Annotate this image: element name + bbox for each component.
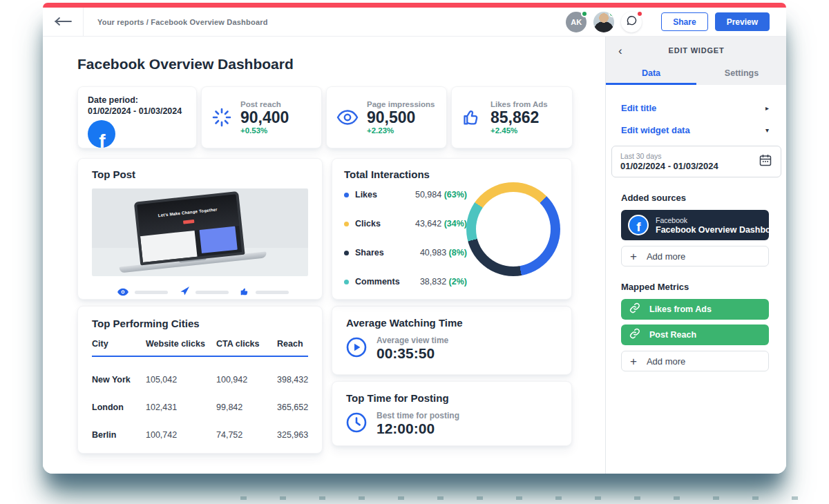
online-status-dot bbox=[609, 12, 614, 17]
total-interactions-widget[interactable]: Total Interactions Likes 50,984 (63%) Cl… bbox=[332, 158, 572, 300]
panel-title: EDIT WIDGET bbox=[669, 46, 725, 55]
laptop-illustration: Let's Make Change Together bbox=[133, 189, 266, 271]
legend-dot bbox=[344, 251, 349, 255]
share-arrow-icon bbox=[180, 286, 190, 299]
cities-table: City Website clicks CTA clicks Reach New… bbox=[92, 339, 308, 440]
facebook-icon: f bbox=[628, 215, 649, 235]
metric-pill-post-reach[interactable]: Post Reach bbox=[621, 324, 769, 345]
avatar-ak[interactable]: AK bbox=[566, 12, 587, 32]
source-name: Facebook Overview Dashboard bbox=[656, 225, 784, 235]
add-source-button[interactable]: + Add more bbox=[621, 246, 769, 266]
edit-widget-data-link: Edit widget data bbox=[621, 125, 690, 135]
tab-data[interactable]: Data bbox=[606, 64, 696, 85]
stat-value: 85,862 bbox=[490, 108, 548, 126]
eye-icon bbox=[336, 109, 359, 126]
facebook-icon: f bbox=[88, 120, 115, 148]
page-impressions-card[interactable]: Page impressions 90,500 +2.23% bbox=[326, 86, 447, 148]
date-period-label: Date period: bbox=[88, 95, 187, 105]
time-value: 12:00:00 bbox=[377, 420, 459, 437]
table-row: London 102,431 99,842 365,652 bbox=[92, 385, 308, 412]
average-watching-time-widget[interactable]: Average Watching Time Average view time … bbox=[332, 306, 572, 375]
donut-hole bbox=[476, 192, 551, 266]
date-range-picker[interactable]: Last 30 days 01/02/2024 - 01/03/2024 bbox=[611, 146, 781, 177]
chevron-right-icon: ▸ bbox=[765, 104, 769, 112]
time-cards-column: Average Watching Time Average view time … bbox=[332, 306, 572, 454]
plus-icon: + bbox=[630, 356, 637, 367]
legend-item: Likes 50,984 (63%) bbox=[344, 190, 467, 200]
share-button[interactable]: Share bbox=[661, 12, 707, 31]
column-header: City bbox=[92, 339, 146, 349]
column-header: Website clicks bbox=[146, 339, 216, 349]
post-reach-card[interactable]: Post reach 90,400 +0.53% bbox=[201, 86, 322, 148]
avatar-photo[interactable] bbox=[593, 12, 614, 32]
likes-from-ads-card[interactable]: Likes from Ads 85,862 +2.45% bbox=[451, 86, 573, 148]
page-title: Facebook Overview Dashboard bbox=[77, 56, 573, 72]
legend-dot bbox=[344, 280, 349, 284]
views-icon bbox=[117, 287, 129, 299]
mapped-metrics-label: Mapped Metrics bbox=[621, 282, 786, 292]
avatar-initials-label: AK bbox=[571, 18, 582, 26]
widget-title: Total Interactions bbox=[344, 168, 560, 180]
chat-bubble-icon bbox=[626, 14, 638, 29]
date-preset-label: Last 30 days bbox=[620, 152, 718, 160]
widget-title: Top Performing Cities bbox=[92, 318, 308, 329]
online-status-dot bbox=[581, 10, 588, 17]
stat-change: +2.23% bbox=[367, 126, 435, 135]
metric-pill-likes-from-ads[interactable]: Likes from Ads bbox=[621, 299, 769, 320]
stat-change: +0.53% bbox=[240, 126, 289, 135]
legend-dot bbox=[344, 222, 349, 226]
facebook-source-card[interactable]: f Facebook Facebook Overview Dashboard bbox=[621, 210, 769, 240]
metric-placeholder-line bbox=[196, 291, 229, 294]
stat-card-row: Date period: 01/02/2024 - 01/03/2024 f bbox=[77, 86, 573, 148]
page-background: Your reports / Facebook Overview Dashboa… bbox=[0, 0, 829, 504]
stat-value: 90,500 bbox=[367, 108, 435, 126]
preview-button[interactable]: Preview bbox=[715, 12, 770, 31]
edit-title-row[interactable]: Edit title ▸ bbox=[606, 99, 786, 117]
breadcrumb: Your reports / Facebook Overview Dashboa… bbox=[97, 18, 268, 26]
top-post-image: Let's Make Change Together bbox=[92, 188, 308, 276]
play-circle-icon bbox=[346, 337, 367, 360]
top-time-posting-widget[interactable]: Top Time for Posting Best time for posti… bbox=[332, 381, 572, 446]
thumbs-up-icon bbox=[461, 108, 482, 127]
stat-change: +2.45% bbox=[490, 126, 548, 135]
column-header: Reach bbox=[277, 339, 308, 349]
app-window: Your reports / Facebook Overview Dashboa… bbox=[43, 3, 786, 474]
time-label: Best time for posting bbox=[377, 411, 459, 420]
post-stats-row bbox=[92, 276, 308, 299]
panel-tabs: Data Settings bbox=[606, 64, 786, 85]
legend-item: Comments 38,832 (2%) bbox=[344, 277, 467, 287]
time-value: 00:35:50 bbox=[377, 345, 448, 362]
donut-legend: Likes 50,984 (63%) Clicks 43,642 (34%) S… bbox=[344, 190, 467, 287]
date-period-card[interactable]: Date period: 01/02/2024 - 01/03/2024 f bbox=[77, 86, 197, 148]
calendar-icon bbox=[759, 153, 772, 170]
donut-chart bbox=[466, 182, 560, 276]
link-icon bbox=[629, 328, 640, 342]
stat-label: Likes from Ads bbox=[490, 100, 548, 108]
table-header-row: City Website clicks CTA clicks Reach bbox=[92, 339, 308, 357]
legend-dot bbox=[344, 193, 349, 197]
source-network: Facebook bbox=[656, 216, 784, 224]
window-top-accent-bar bbox=[43, 3, 786, 8]
stat-label: Post reach bbox=[240, 100, 289, 108]
back-button[interactable] bbox=[43, 16, 83, 28]
tab-settings[interactable]: Settings bbox=[696, 64, 786, 85]
date-range-value: 01/02/2024 - 01/03/2024 bbox=[620, 161, 718, 171]
plus-icon: + bbox=[630, 251, 637, 262]
top-cities-widget[interactable]: Top Performing Cities City Website click… bbox=[77, 306, 323, 454]
panel-back-chevron[interactable]: ‹ bbox=[618, 45, 622, 57]
link-icon bbox=[629, 302, 640, 316]
time-label: Average view time bbox=[377, 336, 448, 345]
metric-placeholder-line bbox=[135, 291, 168, 294]
edit-widget-data-row[interactable]: Edit widget data ▾ bbox=[606, 121, 786, 139]
panel-header: ‹ EDIT WIDGET Data Settings bbox=[606, 37, 786, 85]
column-header: CTA clicks bbox=[216, 339, 277, 349]
edit-widget-panel: ‹ EDIT WIDGET Data Settings Edit title ▸… bbox=[605, 37, 786, 474]
add-metric-button[interactable]: + Add more bbox=[621, 351, 769, 371]
legend-item: Clicks 43,642 (34%) bbox=[344, 219, 467, 229]
chat-button[interactable] bbox=[621, 12, 642, 32]
added-sources-label: Added sources bbox=[621, 193, 786, 203]
like-icon bbox=[240, 287, 250, 299]
stat-label: Page impressions bbox=[367, 100, 435, 108]
table-row: New York 105,042 100,942 398,432 bbox=[92, 357, 308, 385]
top-post-widget[interactable]: Top Post Let's Make Change Together bbox=[77, 158, 323, 300]
